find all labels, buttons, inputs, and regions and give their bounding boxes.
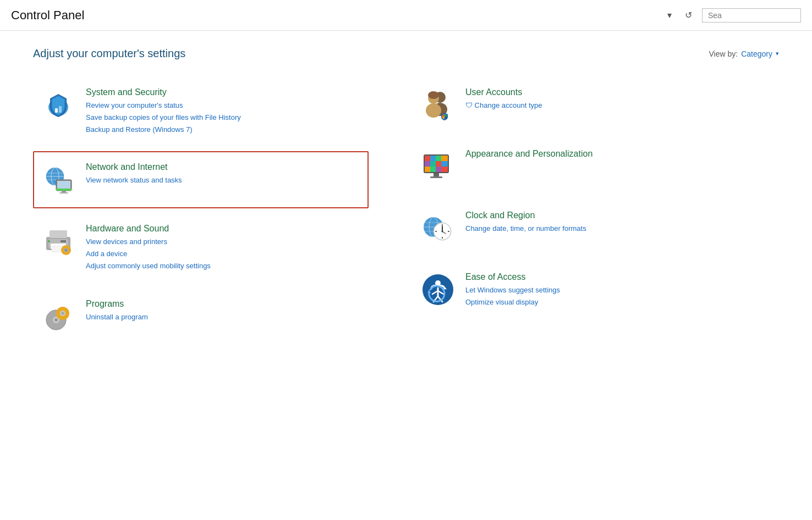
svg-rect-20 bbox=[61, 240, 66, 242]
svg-rect-43 bbox=[441, 156, 448, 161]
svg-rect-41 bbox=[430, 156, 436, 161]
svg-point-24 bbox=[65, 249, 67, 251]
ease-of-access-link-2[interactable]: Optimize visual display bbox=[465, 296, 740, 308]
svg-rect-42 bbox=[436, 156, 441, 161]
system-security-icon bbox=[41, 87, 76, 123]
view-by-value[interactable]: Category bbox=[741, 49, 772, 58]
ease-of-access-link-1[interactable]: Let Windows suggest settings bbox=[465, 284, 740, 296]
system-security-link-1[interactable]: Review your computer's status bbox=[86, 99, 361, 112]
hardware-sound-link-3[interactable]: Adjust commonly used mobility settings bbox=[86, 260, 361, 272]
svg-rect-45 bbox=[430, 161, 436, 167]
category-clock-region[interactable]: Clock and Region Change date, time, or n… bbox=[413, 200, 748, 257]
svg-rect-46 bbox=[436, 161, 441, 167]
right-column: User Accounts 🛡 Change account type bbox=[413, 76, 748, 350]
page-heading: Adjust your computer's settings bbox=[33, 47, 185, 60]
view-by-label: View by: bbox=[709, 49, 738, 58]
refresh-button[interactable]: ↺ bbox=[682, 8, 695, 23]
svg-rect-48 bbox=[425, 167, 430, 172]
hardware-sound-link-2[interactable]: Add a device bbox=[86, 248, 361, 260]
category-hardware-sound[interactable]: Hardware and Sound View devices and prin… bbox=[33, 213, 369, 283]
svg-rect-49 bbox=[430, 167, 436, 172]
ease-of-access-text: Ease of Access Let Windows suggest setti… bbox=[465, 272, 740, 308]
category-appearance[interactable]: Appearance and Personalization bbox=[413, 138, 748, 195]
svg-rect-53 bbox=[430, 176, 442, 178]
svg-rect-47 bbox=[441, 161, 448, 167]
programs-link-1[interactable]: Uninstall a program bbox=[86, 311, 361, 323]
svg-rect-11 bbox=[57, 181, 70, 189]
svg-rect-44 bbox=[425, 161, 430, 167]
svg-rect-52 bbox=[434, 173, 439, 176]
category-programs[interactable]: Programs Uninstall a program bbox=[33, 288, 369, 345]
programs-text: Programs Uninstall a program bbox=[86, 299, 361, 323]
hardware-sound-icon bbox=[41, 224, 76, 259]
hardware-sound-link-1[interactable]: View devices and printers bbox=[86, 236, 361, 248]
title-bar: Control Panel ▾ ↺ bbox=[0, 0, 812, 31]
system-security-link-2[interactable]: Save backup copies of your files with Fi… bbox=[86, 112, 361, 124]
appearance-icon bbox=[420, 149, 456, 184]
clock-region-text: Clock and Region Change date, time, or n… bbox=[465, 211, 740, 235]
hardware-sound-text: Hardware and Sound View devices and prin… bbox=[86, 224, 361, 272]
svg-rect-2 bbox=[55, 108, 58, 113]
category-network-internet[interactable]: Network and Internet View network status… bbox=[33, 151, 369, 208]
clock-region-link-1[interactable]: Change date, time, or number formats bbox=[465, 223, 740, 235]
category-ease-of-access[interactable]: Ease of Access Let Windows suggest setti… bbox=[413, 261, 748, 319]
category-user-accounts[interactable]: User Accounts 🛡 Change account type bbox=[413, 76, 748, 134]
network-internet-text: Network and Internet View network status… bbox=[86, 162, 361, 186]
clock-region-icon bbox=[420, 211, 456, 246]
categories-grid: System and Security Review your computer… bbox=[33, 76, 748, 350]
user-accounts-text: User Accounts 🛡 Change account type bbox=[465, 87, 740, 112]
ease-of-access-title[interactable]: Ease of Access bbox=[465, 272, 740, 282]
programs-title[interactable]: Programs bbox=[86, 299, 361, 309]
title-bar-controls: ▾ ↺ bbox=[664, 8, 801, 23]
svg-point-21 bbox=[48, 240, 50, 242]
svg-rect-3 bbox=[59, 106, 62, 113]
svg-rect-13 bbox=[59, 192, 68, 193]
view-by-row: Adjust your computer's settings View by:… bbox=[33, 47, 779, 60]
svg-point-31 bbox=[61, 312, 64, 315]
chevron-down-icon[interactable]: ▾ bbox=[776, 50, 779, 57]
svg-point-28 bbox=[54, 318, 58, 322]
network-internet-title[interactable]: Network and Internet bbox=[86, 162, 361, 172]
svg-rect-50 bbox=[436, 167, 441, 172]
network-internet-link-1[interactable]: View network status and tasks bbox=[86, 174, 361, 186]
appearance-title[interactable]: Appearance and Personalization bbox=[465, 149, 740, 159]
dropdown-button[interactable]: ▾ bbox=[664, 8, 675, 23]
user-accounts-icon bbox=[420, 87, 456, 123]
user-accounts-title[interactable]: User Accounts bbox=[465, 87, 740, 97]
system-security-link-3[interactable]: Backup and Restore (Windows 7) bbox=[86, 124, 361, 136]
hardware-sound-title[interactable]: Hardware and Sound bbox=[86, 224, 361, 234]
svg-point-36 bbox=[428, 91, 439, 99]
svg-rect-14 bbox=[56, 189, 72, 191]
view-by-control: View by: Category ▾ bbox=[709, 49, 779, 58]
svg-rect-40 bbox=[425, 156, 430, 161]
window-title: Control Panel bbox=[11, 8, 84, 23]
svg-rect-51 bbox=[441, 167, 448, 172]
ease-of-access-icon bbox=[420, 272, 456, 307]
system-security-title[interactable]: System and Security bbox=[86, 87, 361, 97]
main-content: Adjust your computer's settings View by:… bbox=[0, 31, 812, 366]
user-accounts-link-1[interactable]: 🛡 Change account type bbox=[465, 99, 740, 112]
clock-region-title[interactable]: Clock and Region bbox=[465, 211, 740, 220]
search-input[interactable] bbox=[702, 8, 801, 23]
svg-rect-12 bbox=[62, 191, 66, 192]
svg-point-67 bbox=[442, 231, 443, 233]
network-internet-icon bbox=[41, 162, 76, 197]
programs-icon bbox=[41, 299, 76, 334]
category-system-security[interactable]: System and Security Review your computer… bbox=[33, 76, 369, 147]
svg-point-35 bbox=[426, 103, 441, 118]
system-security-text: System and Security Review your computer… bbox=[86, 87, 361, 136]
svg-rect-17 bbox=[50, 230, 67, 238]
appearance-text: Appearance and Personalization bbox=[465, 149, 740, 161]
left-column: System and Security Review your computer… bbox=[33, 76, 369, 350]
